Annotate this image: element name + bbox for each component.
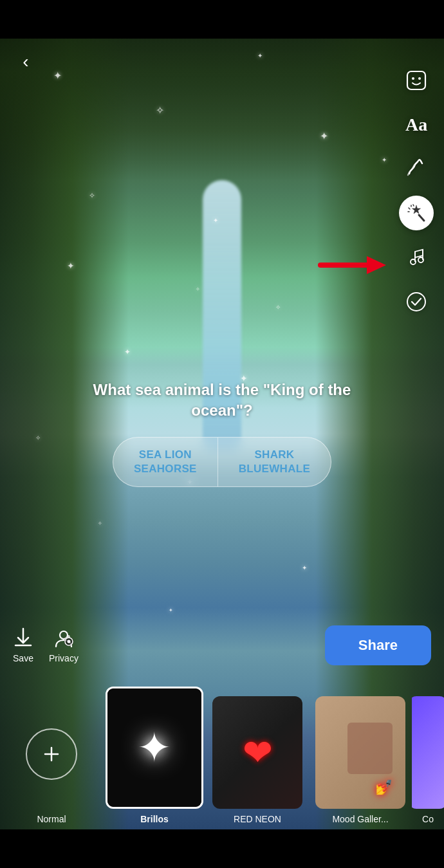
- filter-items: Normal ✦ Brillos ❤ RED NEON: [0, 687, 444, 829]
- co-thumbnail: [412, 696, 444, 809]
- moodgaller-thumbnail: 💅: [315, 696, 405, 809]
- sparkle: ✦: [382, 156, 387, 163]
- done-button[interactable]: [400, 286, 432, 318]
- svg-line-5: [409, 208, 410, 209]
- svg-point-1: [412, 77, 414, 80]
- quiz-option-container: SEA LION SEAHORSE SHARK BLUEWHALE: [113, 437, 331, 487]
- privacy-label: Privacy: [49, 653, 79, 663]
- svg-rect-0: [407, 71, 425, 89]
- main-container: ✦ ✧ ✦ ✦ ✧ ✦ ✦ ✧ ✦ ✦ ✧ ✦ ✦ ✧ ✦ ✦ ✦ ✧ ‹: [0, 0, 444, 868]
- filter-normal-label: Normal: [37, 814, 66, 824]
- bottom-actions: Save Privacy Share: [0, 625, 444, 665]
- face-effects-button[interactable]: [400, 64, 432, 97]
- svg-point-13: [407, 293, 425, 311]
- quiz-content: What sea animal is the "King of the ocea…: [68, 380, 376, 487]
- filter-brillos[interactable]: ✦ Brillos: [103, 687, 206, 829]
- sparkle: ✧: [275, 304, 281, 311]
- svg-line-4: [419, 215, 424, 221]
- sparkle: ✧: [98, 521, 102, 526]
- privacy-button[interactable]: Privacy: [49, 627, 79, 663]
- brillos-thumbnail: ✦: [107, 688, 201, 807]
- back-arrow-icon: ‹: [23, 53, 28, 71]
- svg-line-7: [413, 205, 414, 206]
- magic-wand-button[interactable]: [399, 196, 434, 230]
- sparkle: ✦: [302, 564, 307, 571]
- red-arrow-indicator: [315, 251, 393, 279]
- filter-strip: Normal ✦ Brillos ❤ RED NEON: [0, 665, 444, 829]
- filter-co[interactable]: Co: [412, 696, 444, 829]
- share-button[interactable]: Share: [325, 625, 431, 665]
- sparkle: ✧: [156, 104, 164, 116]
- save-button[interactable]: Save: [13, 627, 33, 663]
- filter-redneon[interactable]: ❤ RED NEON: [206, 696, 309, 829]
- back-button[interactable]: ‹: [13, 49, 39, 75]
- filter-moodgaller-label: Mood Galler...: [332, 814, 388, 824]
- svg-point-2: [418, 77, 421, 80]
- quiz-option-1[interactable]: SEA LION SEAHORSE: [113, 438, 218, 486]
- filter-co-label: Co: [422, 814, 434, 824]
- sparkle: ✧: [196, 286, 200, 292]
- top-bar: ‹: [0, 39, 444, 85]
- filter-normal[interactable]: Normal: [0, 699, 103, 829]
- sparkle: ✧: [35, 434, 41, 441]
- redneon-thumbnail: ❤: [212, 696, 302, 809]
- quiz-option-2[interactable]: SHARK BLUEWHALE: [218, 438, 331, 486]
- filter-normal-icon: [26, 728, 77, 780]
- sparkle: ✦: [169, 607, 173, 613]
- sparkle: ✧: [89, 191, 95, 200]
- music-button[interactable]: [400, 242, 432, 274]
- left-actions: Save Privacy: [13, 627, 79, 663]
- right-toolbar: Aa: [399, 64, 434, 318]
- filter-redneon-label: RED NEON: [234, 814, 281, 824]
- svg-text:Aa: Aa: [405, 115, 427, 134]
- sparkle: ✦: [320, 130, 328, 142]
- sparkle: ✦: [124, 347, 131, 356]
- sparkle: ✦: [67, 261, 75, 271]
- black-bar-top: [0, 0, 444, 39]
- svg-point-17: [67, 640, 70, 643]
- sparkle: ✦: [213, 217, 218, 224]
- quiz-options: SEA LION SEAHORSE SHARK BLUEWHALE: [68, 437, 376, 487]
- text-button[interactable]: Aa: [400, 108, 432, 140]
- draw-button[interactable]: [400, 152, 432, 184]
- filter-brillos-label: Brillos: [140, 814, 169, 824]
- black-bar-bottom: [0, 829, 444, 868]
- filter-moodgaller[interactable]: 💅 Mood Galler...: [309, 696, 412, 829]
- save-label: Save: [13, 653, 33, 663]
- quiz-question: What sea animal is the "King of the ocea…: [68, 380, 376, 421]
